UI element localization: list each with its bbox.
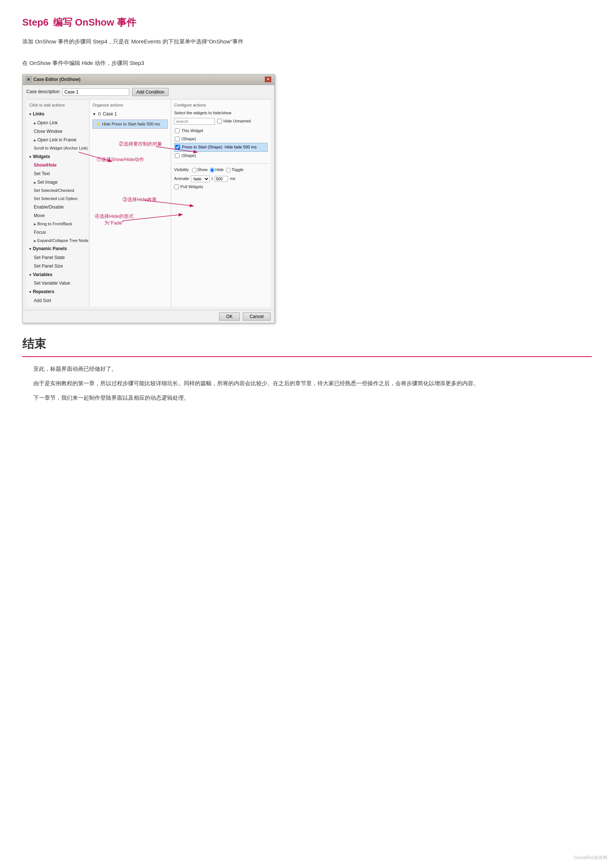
annotation-2: ②选择要控制的对象: [119, 140, 162, 148]
tree-enable-disable[interactable]: Enable/Disable: [26, 203, 89, 212]
animate-t-input[interactable]: [215, 176, 228, 182]
widget-label-3: Press to Start (Shape) Hide fade 500 ms: [182, 144, 256, 151]
widget-row-4: (Shape): [174, 152, 268, 160]
left-panel-header: Click to add actions: [26, 101, 89, 110]
dialog-wrapper: ⊞ Case Editor (OnShow) ✕ Case descriptio…: [22, 74, 275, 323]
tree-set-image[interactable]: Set Image: [26, 178, 89, 187]
toggle-radio[interactable]: [226, 168, 231, 172]
right-select-label: Select the widgets to hide/show: [174, 110, 268, 116]
show-radio[interactable]: [192, 168, 197, 172]
intro-line2: 在 OnShow 事件中编辑 Hide 动作，步骤同 Step3: [22, 59, 592, 68]
case-desc-label: Case description: [26, 88, 59, 95]
show-radio-label: Show: [192, 167, 208, 173]
case-description-row: Case description Add Condition: [26, 88, 271, 96]
tree-set-text[interactable]: Set Text: [26, 170, 89, 178]
dialog-icon: ⊞: [26, 76, 31, 82]
mid-case-row: ▼ 🗒 Case 1: [90, 110, 171, 118]
annotation-3: ③选择Hide效果: [122, 196, 157, 204]
tree-repeaters[interactable]: Repeaters: [26, 288, 89, 296]
lightning-icon: ⚡: [96, 122, 101, 126]
tree-dynamic-panels[interactable]: Dynamic Panels: [26, 245, 89, 253]
visibility-row: Visibility Show Hide: [174, 167, 268, 173]
mid-action-label: Hide Press to Start fade 500 ms: [102, 122, 160, 126]
visibility-radio-group: Show Hide Toggle: [192, 167, 244, 173]
cancel-button[interactable]: Cancel: [243, 313, 271, 321]
mid-action-item[interactable]: ⚡ Hide Press to Start fade 500 ms: [92, 119, 168, 129]
annotation-4: ④选择Hide的形式为"Fade": [95, 213, 133, 226]
dialog-title-text: Case Editor (OnShow): [33, 76, 81, 83]
end-para-3: 下一章节，我们来一起制作登陆界面以及相应的动态逻辑处理。: [22, 393, 592, 403]
search-row: Hide Unnamed: [174, 118, 268, 125]
step-title: 编写 OnShow 事件: [53, 15, 136, 30]
widget-check-1[interactable]: [175, 129, 180, 133]
tree-close-window[interactable]: Close Window: [26, 127, 89, 136]
hide-unnamed-label: Hide Unnamed: [223, 118, 251, 125]
widget-row-1: This Widget: [174, 127, 268, 135]
toggle-radio-label: Toggle: [226, 167, 243, 173]
tree-add-sort[interactable]: Add Sort: [26, 296, 89, 305]
case-desc-input[interactable]: [62, 88, 129, 96]
intro-line1: 添加 OnShow 事件的步骤同 Step4，只是在 MoreEvents 的下…: [22, 37, 592, 46]
hide-unnamed-checkbox[interactable]: [217, 119, 222, 124]
tree-scroll-widget[interactable]: Scroll to Widget (Anchor Link): [26, 144, 89, 152]
visibility-section: Visibility Show Hide: [174, 163, 268, 190]
panel-left: Click to add actions Links Open Link Clo…: [26, 99, 90, 307]
tree-move[interactable]: Move: [26, 212, 89, 220]
tree-open-link[interactable]: Open Link: [26, 119, 89, 127]
widget-label-1: This Widget: [181, 128, 203, 134]
search-input[interactable]: [174, 118, 215, 125]
tree-set-panel-state[interactable]: Set Panel State: [26, 253, 89, 262]
tree-show-hide[interactable]: Show/Hide: [26, 161, 89, 170]
hide-radio-label: Hide: [210, 167, 224, 173]
hide-radio[interactable]: [210, 168, 215, 172]
tree-set-variable[interactable]: Set Variable Value: [26, 279, 89, 288]
widget-list: This Widget (Shape) Press to Start (Shap…: [174, 127, 268, 160]
step-number: Step6: [22, 15, 49, 30]
pull-widgets-label: Pull Widgets: [180, 184, 203, 191]
tree-links[interactable]: Links: [26, 110, 89, 118]
mid-panel-header: Organize actions: [90, 101, 171, 110]
dialog-footer: OK Cancel: [23, 310, 274, 323]
end-para-2: 由于是实例教程的第一章，所以过程步骤可能比较详细坑长。同样的篇幅，所将的内容会比…: [22, 378, 592, 388]
tree-set-selected[interactable]: Set Selected/Checked: [26, 187, 89, 195]
pull-widgets-row: Pull Widgets: [174, 184, 268, 191]
widget-check-2[interactable]: [175, 136, 180, 141]
visibility-label: Visibility: [174, 167, 189, 173]
tree-set-list[interactable]: Set Selected List Option: [26, 195, 89, 203]
tree-variables[interactable]: Variables: [26, 271, 89, 279]
widget-row-3[interactable]: Press to Start (Shape) Hide fade 500 ms: [174, 143, 268, 152]
tree-expand-collapse[interactable]: Expand/Collapse Tree Node: [26, 237, 89, 245]
widget-label-2: (Shape): [181, 136, 196, 143]
animate-row: Animate fade none slide t ms: [174, 175, 268, 182]
mid-case-label: Case 1: [103, 111, 117, 118]
end-para-1: 至此，标题界面动画已经做好了。: [22, 364, 592, 374]
t-label: t: [212, 175, 213, 182]
dialog-title-left: ⊞ Case Editor (OnShow): [26, 76, 81, 83]
step-heading: Step6 编写 OnShow 事件: [22, 15, 592, 30]
end-heading: 结束: [22, 334, 592, 353]
widget-label-4: (Shape): [181, 152, 196, 159]
tree-focus[interactable]: Focus: [26, 228, 89, 237]
panel-right: Configure actions Select the widgets to …: [171, 99, 271, 307]
right-panel-header: Configure actions: [174, 101, 268, 110]
animate-select[interactable]: fade none slide: [191, 175, 210, 182]
end-divider: [22, 356, 592, 357]
add-condition-button[interactable]: Add Condition: [132, 88, 168, 96]
animate-label: Animate: [174, 175, 189, 182]
ok-button[interactable]: OK: [219, 313, 239, 321]
dialog-close-button[interactable]: ✕: [265, 76, 271, 82]
tree-widgets[interactable]: Widgets: [26, 152, 89, 161]
tree-set-panel-size[interactable]: Set Panel Size: [26, 262, 89, 271]
tree-bring-front[interactable]: Bring to Front/Back: [26, 220, 89, 228]
widget-row-2: (Shape): [174, 135, 268, 143]
tree-open-link-frame[interactable]: Open Link in Frame: [26, 136, 89, 144]
widget-check-3[interactable]: [175, 145, 180, 150]
dialog-titlebar: ⊞ Case Editor (OnShow) ✕: [23, 74, 274, 85]
ms-label: ms: [230, 175, 236, 182]
annotation-1: ①选择Show/Hide动作: [96, 156, 144, 164]
hide-unnamed-row: Hide Unnamed: [217, 118, 251, 125]
widget-check-4[interactable]: [175, 153, 180, 158]
pull-widgets-checkbox[interactable]: [174, 184, 179, 189]
